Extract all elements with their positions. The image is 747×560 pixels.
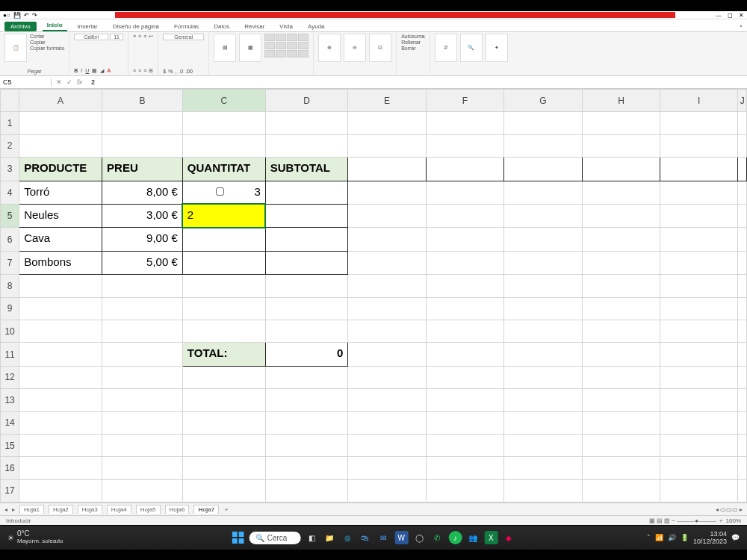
row-head-13[interactable]: 13 bbox=[1, 389, 19, 411]
tab-review[interactable]: Revisar bbox=[240, 22, 269, 31]
whatsapp-icon[interactable]: ✆ bbox=[430, 531, 444, 544]
delete-cells-button[interactable]: ⊖ bbox=[344, 34, 366, 62]
cell-D7[interactable] bbox=[266, 252, 348, 274]
qat-save-icon[interactable]: 💾 bbox=[13, 12, 21, 19]
cell-D5[interactable] bbox=[266, 205, 348, 227]
tray-battery-icon[interactable]: 🔋 bbox=[681, 534, 689, 541]
app-icon[interactable]: ◆ bbox=[502, 531, 515, 544]
mail-icon[interactable]: ✉ bbox=[376, 531, 390, 544]
confirm-edit-icon[interactable]: ✓ bbox=[66, 78, 72, 86]
sheet-tab[interactable]: Hoja2 bbox=[49, 505, 73, 514]
align-bot-button[interactable]: ≡ bbox=[143, 34, 146, 40]
cell-C6[interactable] bbox=[183, 228, 265, 250]
italic-button[interactable]: I bbox=[81, 68, 82, 74]
cell-B3[interactable]: PREU bbox=[102, 158, 182, 180]
dec-decimal-button[interactable]: .00 bbox=[185, 69, 193, 74]
zoom-in-button[interactable]: ＋ bbox=[718, 517, 724, 524]
insert-cells-button[interactable]: ⊕ bbox=[318, 34, 341, 62]
cell-D4[interactable] bbox=[266, 181, 348, 204]
cond-format-button[interactable]: ▤ bbox=[214, 34, 236, 62]
fx-icon[interactable]: fx bbox=[77, 78, 82, 86]
row-head-14[interactable]: 14 bbox=[1, 411, 19, 434]
font-name-dropdown[interactable]: Calibri bbox=[74, 34, 108, 40]
cell-A5[interactable]: Neules bbox=[19, 205, 102, 227]
cell-D6[interactable] bbox=[266, 228, 348, 250]
row-head-17[interactable]: 17 bbox=[1, 479, 19, 502]
row-head-12[interactable]: 12 bbox=[1, 366, 19, 388]
sheet-tab[interactable]: Hoja4 bbox=[107, 505, 131, 514]
row-head-8[interactable]: 8 bbox=[1, 275, 19, 297]
col-head-E[interactable]: E bbox=[348, 90, 426, 112]
store-icon[interactable]: 🛍 bbox=[359, 531, 372, 544]
task-view-icon[interactable]: ◧ bbox=[305, 531, 318, 544]
sheet-nav-next-icon[interactable]: ▸ bbox=[12, 506, 15, 513]
cancel-edit-icon[interactable]: ✕ bbox=[56, 78, 62, 86]
tab-page-layout[interactable]: Diseño de página bbox=[108, 22, 164, 31]
tab-insert[interactable]: Insertar bbox=[73, 22, 102, 31]
col-head-A[interactable]: A bbox=[19, 90, 102, 112]
cell-B5[interactable]: 3,00 € bbox=[102, 205, 182, 227]
tray-overflow-icon[interactable]: ˄ bbox=[647, 534, 651, 541]
row-head-1[interactable]: 1 bbox=[1, 112, 19, 134]
align-center-button[interactable]: ≡ bbox=[138, 68, 141, 74]
row-head-3[interactable]: 3 bbox=[1, 158, 19, 181]
autosave-toggle[interactable]: ●○ bbox=[3, 12, 10, 19]
zoom-out-button[interactable]: − bbox=[672, 517, 675, 524]
explorer-icon[interactable]: 📁 bbox=[323, 531, 336, 544]
cell-A3[interactable]: PRODUCTE bbox=[19, 158, 102, 180]
word-icon[interactable]: W bbox=[394, 531, 408, 544]
row-head-16[interactable]: 16 bbox=[1, 457, 19, 479]
format-cells-button[interactable]: ⊡ bbox=[369, 34, 391, 62]
tab-home[interactable]: Inicio bbox=[43, 20, 67, 31]
col-head-D[interactable]: D bbox=[265, 90, 348, 112]
tab-view[interactable]: Vista bbox=[275, 22, 297, 31]
sheet-tab[interactable]: Hoja3 bbox=[78, 505, 102, 514]
align-top-button[interactable]: ≡ bbox=[133, 34, 136, 40]
fill-button[interactable]: Rellenar bbox=[401, 40, 425, 45]
start-button[interactable] bbox=[232, 531, 245, 544]
cell-D11[interactable]: 0 bbox=[266, 343, 348, 365]
minimize-button[interactable]: — bbox=[716, 12, 722, 19]
row-head-10[interactable]: 10 bbox=[1, 320, 19, 342]
zoom-slider[interactable]: ———●——— bbox=[677, 517, 716, 524]
taskbar-search[interactable]: 🔍 Cerca bbox=[249, 532, 301, 544]
sheet-tab[interactable]: Hoja7 bbox=[193, 505, 219, 514]
cell-D3[interactable]: SUBTOTAL bbox=[266, 158, 348, 180]
currency-button[interactable]: $ bbox=[163, 69, 166, 74]
view-layout-icon[interactable]: ▤ bbox=[657, 517, 663, 524]
cut-button[interactable]: Cortar bbox=[30, 34, 64, 39]
format-painter-button[interactable]: Copiar formato bbox=[30, 46, 64, 51]
row-head-7[interactable]: 7 bbox=[1, 251, 19, 274]
cell-B7[interactable]: 5,00 € bbox=[102, 252, 182, 274]
hscroll-track[interactable]: ◂ ▭▭▭ ▸ bbox=[716, 506, 743, 513]
format-table-button[interactable]: ▦ bbox=[239, 34, 261, 62]
view-normal-icon[interactable]: ▦ bbox=[649, 517, 655, 524]
copy-button[interactable]: Copiar bbox=[30, 40, 64, 45]
formula-bar[interactable]: 2 bbox=[87, 78, 747, 86]
tab-data[interactable]: Datos bbox=[209, 22, 234, 31]
cell-C11[interactable]: TOTAL: bbox=[183, 343, 265, 365]
col-head-F[interactable]: F bbox=[426, 90, 503, 112]
row-head-11[interactable]: 11 bbox=[1, 343, 19, 366]
row-head-15[interactable]: 15 bbox=[1, 434, 19, 456]
edge-icon[interactable]: ◎ bbox=[341, 531, 354, 544]
row-head-4[interactable]: 4 bbox=[1, 181, 19, 204]
tab-formulas[interactable]: Fórmulas bbox=[170, 22, 203, 31]
row-head-5[interactable]: 5 bbox=[1, 204, 19, 227]
sort-filter-button[interactable]: ⇵ bbox=[435, 34, 457, 62]
inc-decimal-button[interactable]: .0 bbox=[179, 69, 183, 74]
close-button[interactable]: ✕ bbox=[739, 12, 744, 19]
ribbon-collapse-icon[interactable]: ˅ bbox=[740, 25, 743, 31]
align-left-button[interactable]: ≡ bbox=[133, 68, 136, 74]
sheet-nav-prev-icon[interactable]: ◂ bbox=[4, 506, 7, 513]
cell-C3[interactable]: QUANTITAT bbox=[183, 158, 265, 180]
add-sheet-button[interactable]: ＋ bbox=[223, 505, 229, 514]
number-format-dropdown[interactable]: General bbox=[163, 34, 204, 40]
col-head-I[interactable]: I bbox=[660, 90, 738, 112]
tab-help[interactable]: Ayuda bbox=[303, 22, 329, 31]
select-all-corner[interactable] bbox=[1, 90, 19, 112]
bold-button[interactable]: B bbox=[74, 68, 78, 74]
worksheet-grid[interactable]: A B C D E F G H I J 1 2 3 PRODUCTE PREU bbox=[0, 89, 747, 503]
cell-B6[interactable]: 9,00 € bbox=[102, 228, 182, 250]
cell-C7[interactable] bbox=[183, 252, 265, 274]
